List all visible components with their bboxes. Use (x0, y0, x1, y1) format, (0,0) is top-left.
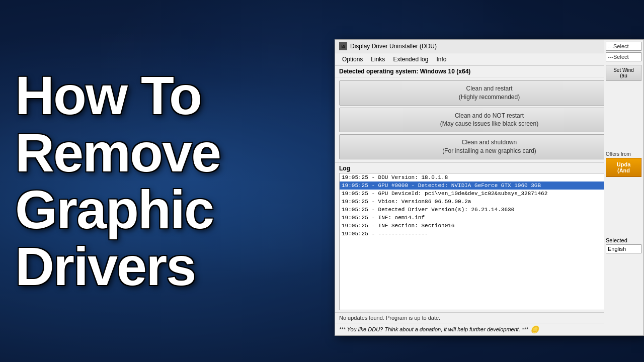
thumbnail-overlay: How To Remove Graphic Drivers (0, 0, 332, 362)
menu-bar: Options Links Extended log Info (335, 53, 643, 66)
detected-os-bar: Detected operating system: Windows 10 (x… (335, 66, 643, 77)
log-entry-1: 19:05:25 - GPU #0000 - Detected: NVIDIA … (340, 182, 639, 190)
status-bar: No updates found. Program is up to date. (335, 312, 643, 323)
window-title: Display Driver Uninstaller (DDU) (350, 43, 437, 50)
log-entry-4: 19:05:25 - Detected Driver Version(s): 2… (340, 206, 639, 214)
log-entry-3: 19:05:25 - Vbios: Version86 06.59.00.2a (340, 198, 639, 206)
action-buttons-area: Clean and restart (Highly recommended) C… (335, 77, 643, 163)
select-dropdown-2[interactable]: ---Select (606, 52, 641, 61)
log-entry-6: 19:05:25 - INF Section: Section016 (340, 222, 639, 230)
ddu-window: 🖥 Display Driver Uninstaller (DDU) Optio… (335, 39, 644, 336)
os-value: Windows 10 (x64) (420, 68, 471, 75)
title-bar: 🖥 Display Driver Uninstaller (DDU) (335, 40, 643, 53)
log-label: Log (339, 163, 639, 173)
clean-restart-button[interactable]: Clean and restart (Highly recommended) (339, 80, 639, 106)
log-entry-0: 19:05:25 - DDU Version: 18.0.1.8 (340, 173, 639, 182)
language-selector[interactable]: English (606, 244, 641, 253)
log-entry-7: 19:05:25 - --------------- (340, 230, 639, 238)
menu-info[interactable]: Info (432, 55, 450, 64)
log-section: Log 19:05:25 - DDU Version: 18.0.1.8 19:… (335, 163, 643, 312)
clean-no-restart-button[interactable]: Clean and do NOT restart (May cause issu… (339, 108, 639, 133)
menu-links[interactable]: Links (367, 55, 389, 64)
update-button[interactable]: Upda (And (606, 158, 641, 177)
offers-section: Offers from Upda (And (606, 151, 641, 177)
menu-extended-log[interactable]: Extended log (389, 55, 432, 64)
right-panel: ---Select ---Select Set Wind (au Offers … (604, 39, 644, 336)
menu-options[interactable]: Options (338, 55, 367, 64)
log-entry-5: 19:05:25 - INF: oem14.inf (340, 214, 639, 222)
log-entry-2: 19:05:25 - GPU DeviceId: pci\ven_10de&de… (340, 190, 639, 198)
log-container: 19:05:25 - DDU Version: 18.0.1.8 19:05:2… (339, 173, 639, 310)
set-wind-button[interactable]: Set Wind (au (606, 65, 641, 81)
select-dropdown-1[interactable]: ---Select (606, 42, 641, 51)
window-icon: 🖥 (339, 42, 347, 50)
clean-shutdown-button[interactable]: Clean and shutdown (For installing a new… (339, 134, 639, 159)
thumbnail-title: How To Remove Graphic Drivers (15, 67, 220, 295)
coin-icon: 🪙 (530, 325, 539, 333)
selected-label: Selected English (606, 237, 641, 253)
donation-bar: *** You like DDU? Think about a donation… (335, 323, 643, 335)
